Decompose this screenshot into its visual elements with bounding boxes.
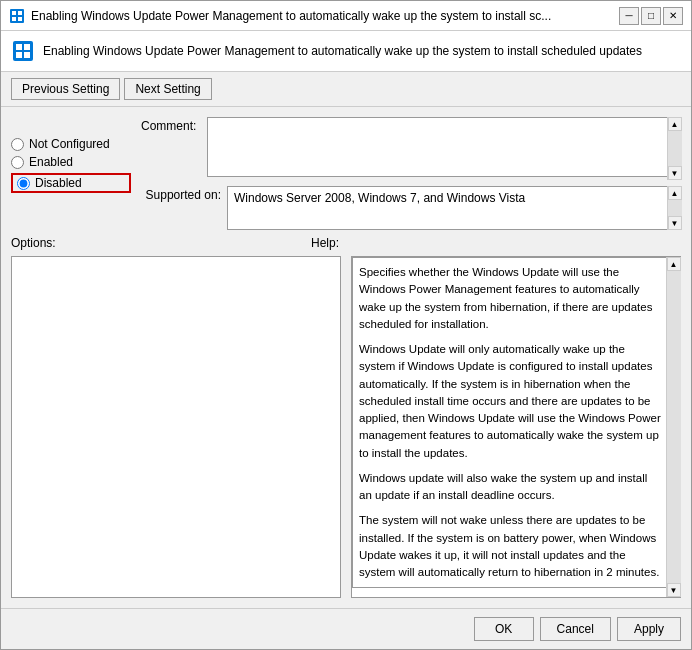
svg-rect-6 [16,44,22,50]
right-section: Comment: ▲ ▼ Supported on: Wi [141,117,681,230]
cancel-button[interactable]: Cancel [540,617,611,641]
content-area: Not Configured Enabled Disabled Comment: [1,107,691,608]
window-icon [9,8,25,24]
help-scroll-down[interactable]: ▼ [667,583,681,597]
comment-scrollbar: ▲ ▼ [667,117,681,180]
previous-setting-button[interactable]: Previous Setting [11,78,120,100]
toolbar: Previous Setting Next Setting [1,72,691,107]
header-bar: Enabling Windows Update Power Management… [1,31,691,72]
enabled-radio[interactable] [11,156,24,169]
next-setting-button[interactable]: Next Setting [124,78,211,100]
supported-scrollbar: ▲ ▼ [667,186,681,230]
top-section: Not Configured Enabled Disabled Comment: [11,117,681,230]
disabled-radio[interactable] [17,177,30,190]
disabled-radio-label[interactable]: Disabled [11,173,131,193]
disabled-label: Disabled [35,176,82,190]
help-paragraph-3: Windows update will also wake the system… [359,470,663,505]
enabled-radio-label[interactable]: Enabled [11,155,131,169]
svg-rect-1 [12,11,16,15]
bottom-area: Specifies whether the Windows Update wil… [11,256,681,598]
window-title: Enabling Windows Update Power Management… [31,9,551,23]
supported-scroll-down[interactable]: ▼ [668,216,682,230]
not-configured-radio[interactable] [11,138,24,151]
supported-value: Windows Server 2008, Windows 7, and Wind… [234,191,525,205]
options-label: Options: [11,236,56,250]
supported-scroll-track [668,200,682,216]
supported-label: Supported on: [141,186,221,202]
help-paragraph-4: The system will not wake unless there ar… [359,512,663,581]
apply-button[interactable]: Apply [617,617,681,641]
supported-scroll-up[interactable]: ▲ [668,186,682,200]
help-paragraph-2: Windows Update will only automatically w… [359,341,663,462]
minimize-button[interactable]: ─ [619,7,639,25]
help-box: Specifies whether the Windows Update wil… [352,257,680,588]
main-window: Enabling Windows Update Power Management… [0,0,692,650]
svg-rect-7 [24,44,30,50]
scroll-down-arrow[interactable]: ▼ [668,166,682,180]
scroll-track [668,131,682,166]
comment-textarea[interactable] [207,117,681,177]
help-text: Specifies whether the Windows Update wil… [359,264,663,581]
section-headers: Options: Help: [11,236,681,250]
maximize-button[interactable]: □ [641,7,661,25]
radio-group: Not Configured Enabled Disabled [11,117,131,230]
help-label: Help: [311,236,339,250]
svg-rect-3 [12,17,16,21]
help-scrollbar: ▲ ▼ [666,257,680,597]
svg-rect-2 [18,11,22,15]
not-configured-label: Not Configured [29,137,110,151]
supported-box: Windows Server 2008, Windows 7, and Wind… [227,186,681,230]
ok-button[interactable]: OK [474,617,534,641]
supported-section: Supported on: Windows Server 2008, Windo… [141,186,681,230]
close-button[interactable]: ✕ [663,7,683,25]
svg-rect-9 [24,52,30,58]
svg-rect-4 [18,17,22,21]
comment-section: Comment: ▲ ▼ [141,117,681,180]
scroll-up-arrow[interactable]: ▲ [668,117,682,131]
not-configured-radio-label[interactable]: Not Configured [11,137,131,151]
svg-rect-8 [16,52,22,58]
help-paragraph-1: Specifies whether the Windows Update wil… [359,264,663,333]
options-box [11,256,341,598]
footer: OK Cancel Apply [1,608,691,649]
help-box-container: Specifies whether the Windows Update wil… [351,256,681,598]
enabled-label: Enabled [29,155,73,169]
header-icon [11,39,35,63]
title-bar: Enabling Windows Update Power Management… [1,1,691,31]
comment-label: Comment: [141,117,201,133]
help-scroll-up[interactable]: ▲ [667,257,681,271]
header-text: Enabling Windows Update Power Management… [43,44,681,58]
help-scroll-track [667,271,681,583]
